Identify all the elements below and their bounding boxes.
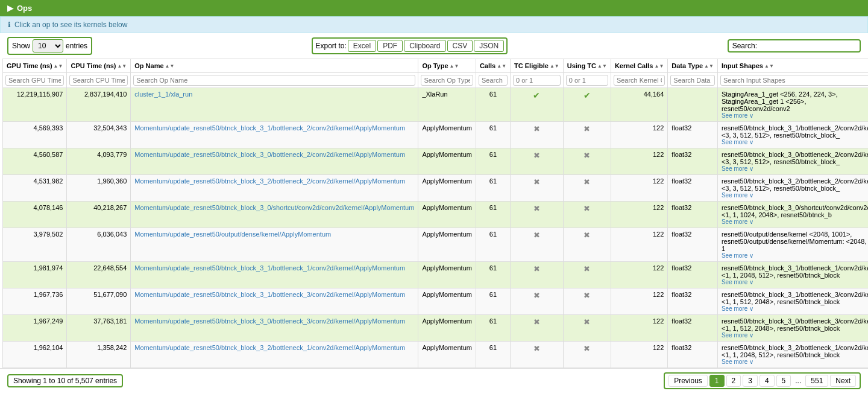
col-header-kernel_calls[interactable]: Kernel Calls▲▼ xyxy=(611,59,667,73)
see-more-link[interactable]: See more ∨ xyxy=(722,218,868,225)
cell-tc-eligible: ✖ xyxy=(511,288,564,315)
table-row[interactable]: 4,078,14640,218,267Momentum/update_resne… xyxy=(3,202,869,228)
col-search-data_type xyxy=(668,73,718,88)
table-row[interactable]: 4,569,39332,504,343Momentum/update_resne… xyxy=(3,122,869,148)
header-title: Ops xyxy=(17,4,32,13)
cell-kernel-calls: 122 xyxy=(611,288,667,315)
table-row[interactable]: 1,967,24937,763,181Momentum/update_resne… xyxy=(3,315,869,342)
cell-op-name[interactable]: Momentum/update_resnet50/btnck_block_3_2… xyxy=(131,342,418,368)
global-search-input[interactable] xyxy=(760,42,856,50)
entries-select[interactable]: 102550100 xyxy=(33,39,63,53)
cross-icon: ✖ xyxy=(533,291,540,300)
cell-cpu-time: 40,218,267 xyxy=(67,202,131,228)
op-name-link[interactable]: Momentum/update_resnet50/btnck_block_3_2… xyxy=(134,344,405,351)
table-row[interactable]: 4,531,9821,960,360Momentum/update_resnet… xyxy=(3,175,869,202)
export-excel-button[interactable]: Excel xyxy=(348,40,376,52)
search-kernel_calls-input[interactable] xyxy=(614,75,665,86)
cell-tc-eligible: ✔ xyxy=(511,88,564,122)
table-row[interactable]: 1,981,97422,648,554Momentum/update_resne… xyxy=(3,262,869,288)
cell-op-name[interactable]: Momentum/update_resnet50/btnck_block_3_2… xyxy=(131,175,418,202)
op-name-link[interactable]: Momentum/update_resnet50/btnck_block_3_2… xyxy=(134,177,405,185)
next-page-button[interactable]: Next xyxy=(830,375,856,387)
see-more-link[interactable]: See more ∨ xyxy=(722,252,868,259)
page-button-4[interactable]: 4 xyxy=(760,375,775,387)
op-name-link[interactable]: Momentum/update_resnet50/btnck_block_3_1… xyxy=(134,124,405,132)
col-header-input_shapes[interactable]: Input Shapes▲▼ xyxy=(717,59,868,73)
col-header-op_name[interactable]: Op Name▲▼ xyxy=(131,59,418,73)
op-name-link[interactable]: Momentum/update_resnet50/btnck_block_3_1… xyxy=(134,264,405,272)
cell-op-name[interactable]: Momentum/update_resnet50/btnck_block_3_1… xyxy=(131,122,418,148)
op-name-link[interactable]: Momentum/update_resnet50/btnck_block_3_0… xyxy=(134,204,414,211)
cell-op-name[interactable]: Momentum/update_resnet50/btnck_block_3_0… xyxy=(131,315,418,342)
search-label: Search: xyxy=(732,42,757,50)
export-pdf-button[interactable]: PDF xyxy=(377,40,403,52)
cell-gpu-time: 1,967,736 xyxy=(3,288,67,315)
sort-icon: ▲▼ xyxy=(654,64,664,69)
table-row[interactable]: 4,560,5874,093,779Momentum/update_resnet… xyxy=(3,148,869,175)
export-csv-button[interactable]: CSV xyxy=(447,40,473,52)
cell-tc-eligible: ✖ xyxy=(511,122,564,148)
col-search-using_tc xyxy=(563,73,611,88)
prev-page-button[interactable]: Previous xyxy=(668,375,708,387)
cell-op-name[interactable]: Momentum/update_resnet50/btnck_block_3_0… xyxy=(131,202,418,228)
cell-op-name[interactable]: Momentum/update_resnet50/output/dense/ke… xyxy=(131,228,418,262)
table-row[interactable]: 12,219,115,9072,837,194,410cluster_1_1/x… xyxy=(3,88,869,122)
col-header-using_tc[interactable]: Using TC▲▼ xyxy=(563,59,611,73)
see-more-link[interactable]: See more ∨ xyxy=(722,305,868,312)
page-button-last[interactable]: 551 xyxy=(805,375,828,387)
col-search-cpu_time xyxy=(67,73,131,88)
col-header-gpu_time[interactable]: GPU Time (ns)▲▼ xyxy=(3,59,67,73)
see-more-link[interactable]: See more ∨ xyxy=(722,192,868,199)
search-using_tc-input[interactable] xyxy=(566,75,608,86)
page-button-5[interactable]: 5 xyxy=(776,375,791,387)
op-name-link[interactable]: cluster_1_1/xla_run xyxy=(134,91,192,98)
op-name-link[interactable]: Momentum/update_resnet50/btnck_block_3_0… xyxy=(134,317,405,325)
export-clipboard-button[interactable]: Clipboard xyxy=(404,40,445,52)
search-calls-input[interactable] xyxy=(479,75,508,86)
table-row[interactable]: 1,967,73651,677,090Momentum/update_resne… xyxy=(3,288,869,315)
cross-icon: ✖ xyxy=(533,231,540,240)
see-more-link[interactable]: See more ∨ xyxy=(722,112,868,119)
cell-op-name[interactable]: Momentum/update_resnet50/btnck_block_3_0… xyxy=(131,148,418,175)
op-name-link[interactable]: Momentum/update_resnet50/output/dense/ke… xyxy=(134,231,331,238)
op-name-link[interactable]: Momentum/update_resnet50/btnck_block_3_1… xyxy=(134,291,405,298)
search-op_type-input[interactable] xyxy=(421,75,473,86)
cross-icon: ✖ xyxy=(583,204,590,213)
cell-op-type: _XlaRun xyxy=(418,88,476,122)
cell-gpu-time: 12,219,115,907 xyxy=(3,88,67,122)
page-button-2[interactable]: 2 xyxy=(726,375,741,387)
table-row[interactable]: 1,962,1041,358,242Momentum/update_resnet… xyxy=(3,342,869,368)
op-name-link[interactable]: Momentum/update_resnet50/btnck_block_3_0… xyxy=(134,151,405,158)
see-more-link[interactable]: See more ∨ xyxy=(722,139,868,145)
cell-op-name[interactable]: Momentum/update_resnet50/btnck_block_3_1… xyxy=(131,262,418,288)
search-tc_eligible-input[interactable] xyxy=(513,75,561,86)
col-header-cpu_time[interactable]: CPU Time (ns)▲▼ xyxy=(67,59,131,73)
export-json-button[interactable]: JSON xyxy=(474,40,504,52)
col-header-op_type[interactable]: Op Type▲▼ xyxy=(418,59,476,73)
see-more-link[interactable]: See more ∨ xyxy=(722,279,868,285)
see-more-link[interactable]: See more ∨ xyxy=(722,358,868,365)
see-more-link[interactable]: See more ∨ xyxy=(722,165,868,172)
cell-gpu-time: 3,979,502 xyxy=(3,228,67,262)
col-header-calls[interactable]: Calls▲▼ xyxy=(476,59,510,73)
col-header-data_type[interactable]: Data Type▲▼ xyxy=(668,59,718,73)
cell-gpu-time: 4,531,982 xyxy=(3,175,67,202)
cell-data-type: float32 xyxy=(668,315,718,342)
search-data_type-input[interactable] xyxy=(670,75,715,86)
search-op_name-input[interactable] xyxy=(133,75,415,86)
page-button-3[interactable]: 3 xyxy=(743,375,758,387)
see-more-link[interactable]: See more ∨ xyxy=(722,332,868,339)
search-cpu_time-input[interactable] xyxy=(69,75,128,86)
table-row[interactable]: 3,979,5026,036,043Momentum/update_resnet… xyxy=(3,228,869,262)
search-input_shapes-input[interactable] xyxy=(720,75,868,86)
cell-op-name[interactable]: Momentum/update_resnet50/btnck_block_3_1… xyxy=(131,288,418,315)
cell-op-name[interactable]: cluster_1_1/xla_run xyxy=(131,88,418,122)
page-button-1[interactable]: 1 xyxy=(709,375,725,387)
export-group: Export to: ExcelPDFClipboardCSVJSON xyxy=(312,37,508,54)
search-gpu_time-input[interactable] xyxy=(5,75,64,86)
col-header-tc_eligible[interactable]: TC Eligible▲▼ xyxy=(511,59,564,73)
footer-info: Showing 1 to 10 of 5,507 entries xyxy=(7,374,123,387)
cell-calls: 61 xyxy=(476,288,510,315)
check-icon: ✔ xyxy=(533,91,540,100)
cell-gpu-time: 1,962,104 xyxy=(3,342,67,368)
